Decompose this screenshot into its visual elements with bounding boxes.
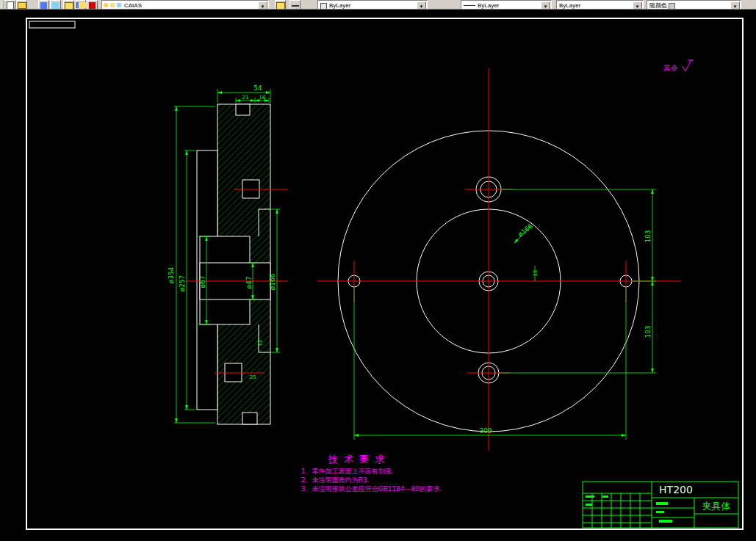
dim-dia-354: ø354 [168,266,175,283]
lineweight-value: ByLayer [557,2,580,9]
layers-icon[interactable] [63,0,74,10]
layer-freeze-icon [110,3,115,7]
tech-item-3: 3、未注明形状公差应符合GB1184—80的要求. [301,485,442,493]
open-drawing-icon[interactable] [16,0,27,10]
dim-width-16: 16 [259,95,266,101]
dim-dia-67: ø67 [199,276,206,288]
dim-width-21: 21 [242,95,249,101]
layer-on-icon [104,3,108,7]
plotstyle-box-icon [669,3,675,10]
color-swatch [320,3,327,10]
chevron-down-icon[interactable]: ▼ [730,1,740,10]
dim-25: 25 [250,374,256,380]
tech-item-2: 2、未注明圆角均为R3. [301,476,370,484]
layer-states-icon[interactable] [75,0,86,10]
tech-title: 技 术 要 求 [328,454,386,465]
plotstyle-control-dropdown[interactable]: 随颜色 ▼ [647,0,741,10]
chevron-down-icon[interactable]: ▼ [258,1,267,10]
new-drawing-icon[interactable] [4,0,15,10]
linetype-control-dropdown[interactable]: ByLayer ▼ [461,0,552,10]
tech-item-1: 1、零件加工表面上不应有划痕. [301,468,394,475]
linetype-value: ByLayer [475,2,499,9]
linetype-manager-icon[interactable] [289,0,300,10]
layer-previous-icon[interactable] [50,0,61,10]
color-value: ByLayer [327,2,350,9]
surface-note-text: 其余 [663,64,678,72]
dim-15: 15 [533,270,539,277]
dim-dia-47: ø47 [245,277,253,289]
material-label: HT200 [659,484,693,495]
dim-103-upper: 103 [644,230,652,242]
dim-width-54: 54 [253,84,262,92]
layer-name-value: CAtAS [122,2,142,9]
lineweight-control-dropdown[interactable]: ByLayer ▼ [556,0,644,10]
dim-12: 12 [257,340,263,346]
properties-toolbar: CAtAS ▼ ByLayer ▼ ByLayer ▼ ByLayer ▼ 随颜… [0,0,756,10]
top-notch [236,104,250,115]
chevron-down-icon[interactable]: ▼ [633,1,642,10]
chevron-down-icon[interactable]: ▼ [541,1,550,10]
bottom-notch [242,413,257,424]
chevron-down-icon[interactable]: ▼ [417,1,426,10]
drawing-canvas[interactable]: 54 21 16 ø354 ø257 ø67 ø47 ø166 12 25 30… [0,0,756,541]
color-picker-icon[interactable] [87,0,98,10]
dim-103-lower: 103 [644,325,652,338]
layer-lock-icon [117,3,121,7]
color-control-dropdown[interactable]: ByLayer ▼ [317,0,428,10]
dim-dia-166-section: ø166 [269,273,276,290]
linetype-sample [464,5,475,6]
dim-dia-257: ø257 [179,275,186,292]
part-name-label: 夹具体 [702,501,731,512]
layer-control-dropdown[interactable]: CAtAS ▼ [101,0,269,10]
dim-309: 309 [479,427,492,435]
color-control-icon[interactable] [275,0,286,10]
plotstyle-value: 随颜色 [647,2,667,9]
section-view [197,104,270,424]
make-object-layer-current-icon[interactable] [38,0,49,10]
